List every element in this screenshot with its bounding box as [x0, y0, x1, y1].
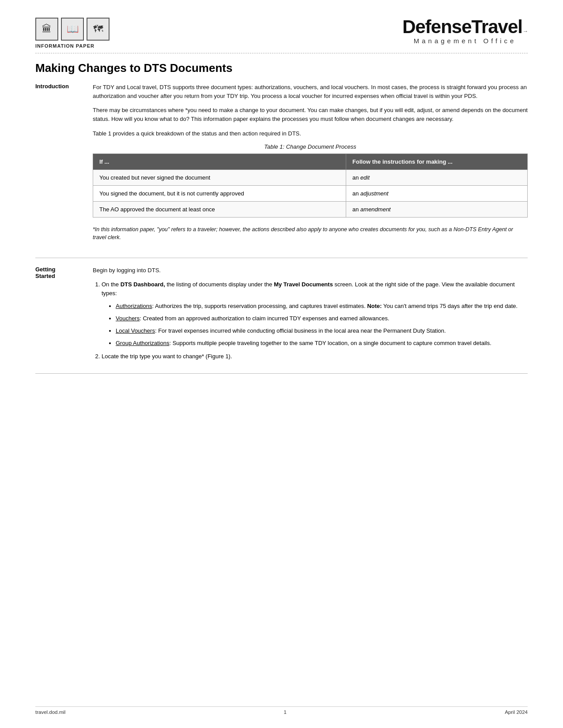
dts-dashboard-label: DTS Dashboard,	[121, 281, 165, 288]
table-row: You created but never signed the documen…	[93, 169, 528, 185]
intro-para-2: There may be circumstances where *you ne…	[93, 106, 528, 124]
page-title: Making Changes to DTS Documents	[35, 61, 528, 75]
table-row: The AO approved the document at least on…	[93, 201, 528, 217]
change-document-table: If ... Follow the instructions for makin…	[93, 154, 528, 218]
my-travel-docs-label: My Travel Documents	[274, 281, 333, 288]
getting-started-list: On the DTS Dashboard, the listing of doc…	[93, 280, 528, 361]
getting-started-intro: Begin by logging into DTS.	[93, 266, 528, 275]
table-cell-condition-2: You signed the document, but it is not c…	[93, 185, 346, 201]
list-item: Group Authorizations: Supports multiple …	[116, 339, 528, 348]
getting-started-body: Begin by logging into DTS. On the DTS Da…	[93, 266, 528, 365]
footer-divider	[35, 373, 528, 374]
footer-url: travel.dod.mil	[35, 709, 65, 715]
table-cell-condition-3: The AO approved the document at least on…	[93, 201, 346, 217]
list-item: Locate the trip type you want to change*…	[102, 352, 528, 361]
introduction-section: Introduction For TDY and Local travel, D…	[35, 83, 528, 250]
list-item: On the DTS Dashboard, the listing of doc…	[102, 280, 528, 348]
footnote: *In this information paper, "you" refers…	[93, 225, 528, 242]
logo-icon-2: 📖	[61, 18, 84, 41]
getting-started-section: GettingStarted Begin by logging into DTS…	[35, 266, 528, 365]
header-left: 🏛 📖 🗺 INFORMATION PAPER	[35, 18, 110, 49]
table-header-follow: Follow the instructions for making ...	[346, 154, 528, 169]
table-header-if: If ...	[93, 154, 346, 169]
header-divider	[35, 53, 528, 53]
local-vouchers-term: Local Vouchers	[116, 327, 155, 334]
logo-icon-3: 🗺	[87, 18, 110, 41]
page-footer: travel.dod.mil 1 April 2024	[35, 706, 528, 715]
footer-date: April 2024	[505, 709, 528, 715]
note-label: Note:	[367, 303, 382, 309]
table-row: You signed the document, but it is not c…	[93, 185, 528, 201]
brand-travel: Travel	[472, 16, 522, 37]
table-cell-action-2: an adjustment	[346, 185, 528, 201]
brand-title: DefenseTravel→	[402, 18, 528, 36]
getting-started-label: GettingStarted	[35, 266, 93, 365]
section-divider	[35, 258, 528, 258]
header-right: DefenseTravel→ Management Office	[402, 18, 528, 45]
introduction-label: Introduction	[35, 83, 93, 250]
table-cell-action-3: an amendment	[346, 201, 528, 217]
introduction-body: For TDY and Local travel, DTS supports t…	[93, 83, 528, 250]
document-types-list: Authorizations: Authorizes the trip, sup…	[106, 302, 528, 348]
list-item: Local Vouchers: For travel expenses incu…	[116, 326, 528, 335]
group-authorizations-term: Group Authorizations	[116, 340, 169, 346]
list-item: Vouchers: Created from an approved autho…	[116, 314, 528, 323]
table-cell-condition-1: You created but never signed the documen…	[93, 169, 346, 185]
table-cell-action-1: an edit	[346, 169, 528, 185]
page-header: 🏛 📖 🗺 INFORMATION PAPER DefenseTravel→ M…	[35, 18, 528, 49]
table-caption: Table 1: Change Document Process	[93, 143, 528, 150]
logo-icon-1: 🏛	[35, 18, 58, 41]
brand-subtitle: Management Office	[402, 37, 528, 45]
document-page: 🏛 📖 🗺 INFORMATION PAPER DefenseTravel→ M…	[0, 0, 563, 728]
footer-page-number: 1	[284, 709, 287, 715]
brand-arrow-icon: →	[522, 28, 528, 34]
table-header-row: If ... Follow the instructions for makin…	[93, 154, 528, 169]
logo-icons: 🏛 📖 🗺	[35, 18, 110, 41]
brand-defense: Defense	[402, 16, 471, 37]
info-paper-label: INFORMATION PAPER	[35, 43, 94, 49]
authorizations-term: Authorizations	[116, 303, 152, 309]
list-item: Authorizations: Authorizes the trip, sup…	[116, 302, 528, 311]
intro-para-1: For TDY and Local travel, DTS supports t…	[93, 83, 528, 101]
intro-para-3: Table 1 provides a quick breakdown of th…	[93, 129, 528, 138]
vouchers-term: Vouchers	[116, 315, 140, 322]
